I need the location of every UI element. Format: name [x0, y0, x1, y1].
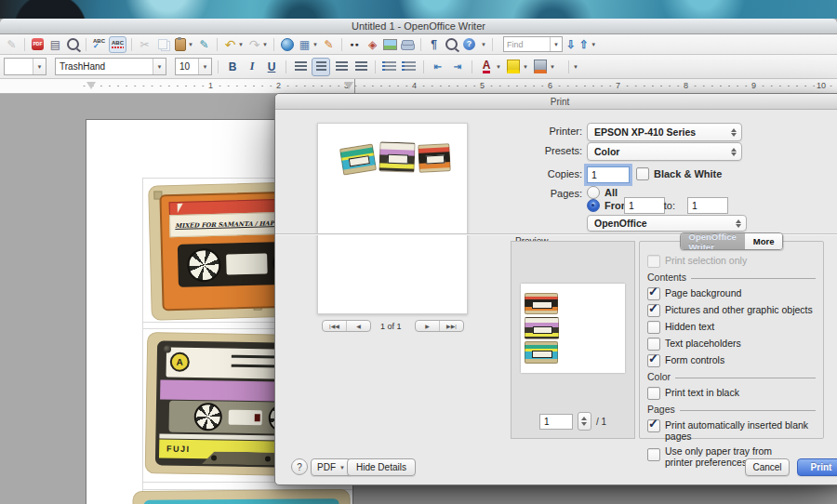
tab-openoffice-writer[interactable]: OpenOffice Writer [681, 233, 745, 249]
font-combo-arrow-icon[interactable]: ▼ [153, 59, 166, 74]
edit-file-icon[interactable]: ✎ [4, 37, 20, 52]
table-dropdown-icon[interactable]: ▼ [312, 42, 319, 47]
print-button[interactable]: Print [797, 458, 837, 476]
checkbox-box[interactable] [647, 304, 660, 317]
bold-button[interactable]: B [224, 59, 241, 75]
help-icon[interactable]: ? [461, 37, 477, 52]
find-dropdown-icon[interactable]: ▼ [550, 37, 562, 51]
find-overflow-icon[interactable]: ▼ [591, 42, 597, 47]
size-combo-arrow-icon[interactable]: ▼ [198, 59, 211, 74]
checkbox-form-controls[interactable]: Form controls [647, 354, 816, 367]
export-pdf-icon[interactable]: PDF [30, 37, 46, 52]
pdf-menu-button[interactable]: PDF ▼ [311, 458, 352, 476]
underline-button[interactable]: U [263, 59, 280, 75]
draw-functions-icon[interactable]: ✎ [321, 37, 337, 52]
cancel-button[interactable]: Cancel [745, 458, 790, 476]
presets-select[interactable]: Color [587, 142, 742, 161]
page-stepper[interactable] [578, 412, 591, 431]
gallery-icon[interactable] [382, 37, 398, 52]
numbered-list-button[interactable] [381, 59, 398, 75]
background-color-button[interactable] [532, 59, 549, 75]
data-sources-icon[interactable] [400, 37, 416, 52]
font-color-dropdown-icon[interactable]: ▼ [496, 64, 502, 70]
copy-icon[interactable] [154, 37, 170, 52]
find-replace-icon[interactable]: ●● [347, 37, 363, 52]
checkbox-text-placeholders[interactable]: Text placeholders [647, 338, 816, 351]
auto-spellcheck-icon[interactable]: ABC [109, 36, 126, 53]
black-white-checkbox[interactable] [636, 167, 649, 180]
hyperlink-icon[interactable] [279, 37, 295, 52]
decrease-indent-button[interactable]: ⇤ [430, 59, 446, 75]
checkbox-print-selection-only[interactable]: Print selection only [647, 255, 816, 268]
tab-more[interactable]: More [745, 233, 783, 249]
undo-dropdown-icon[interactable]: ▼ [238, 42, 245, 47]
help-button[interactable]: ? [291, 458, 308, 475]
checkbox-box[interactable] [647, 387, 660, 400]
pages-all-radio[interactable] [587, 186, 600, 199]
formatting-overflow-icon[interactable]: ▼ [573, 64, 579, 70]
page-preview-icon[interactable] [65, 37, 81, 52]
thumbnail-page-input[interactable]: 1 [539, 414, 573, 430]
highlighting-button[interactable] [505, 59, 522, 75]
paste-icon[interactable] [172, 37, 188, 52]
print-file-icon[interactable]: ▤ [47, 37, 63, 52]
align-left-button[interactable] [292, 59, 309, 75]
bullet-list-button[interactable] [401, 59, 418, 75]
justify-button[interactable] [352, 59, 369, 75]
right-indent-marker[interactable] [344, 82, 353, 89]
previous-page-button[interactable]: ◀ [346, 321, 370, 331]
checkbox-auto-blank-pages[interactable]: Print automatically inserted blank pages [647, 419, 816, 442]
increase-indent-button[interactable]: ⇥ [449, 59, 466, 75]
font-size-combo[interactable]: 10 ▼ [175, 58, 212, 75]
horizontal-ruler[interactable]: 1 2 3 4 5 6 7 8 9 10 [0, 79, 837, 94]
cassette-teal-image[interactable] [132, 489, 351, 504]
navigator-icon[interactable]: ◈ [365, 37, 380, 52]
italic-button[interactable]: I [244, 59, 260, 75]
find-previous-icon[interactable]: ⇧ [579, 38, 589, 51]
font-name-combo[interactable]: TrashHand ▼ [55, 58, 166, 75]
checkbox-hidden-text[interactable]: Hidden text [647, 321, 816, 334]
copies-input[interactable]: 1 [587, 166, 630, 183]
checkbox-box[interactable] [647, 419, 660, 432]
last-page-button[interactable]: ▶▶| [439, 321, 463, 331]
background-color-dropdown-icon[interactable]: ▼ [550, 64, 556, 70]
checkbox-box[interactable] [647, 338, 660, 351]
redo-dropdown-icon[interactable]: ▼ [262, 42, 269, 47]
paragraph-style-combo[interactable]: ▼ [4, 58, 46, 75]
checkbox-pictures-graphics[interactable]: Pictures and other graphic objects [647, 304, 816, 317]
print-dialog-titlebar[interactable]: Print [275, 94, 837, 110]
style-combo-arrow-icon[interactable]: ▼ [33, 59, 46, 74]
window-titlebar[interactable]: Untitled 1 - OpenOffice Writer [0, 19, 837, 34]
checkbox-box[interactable] [647, 287, 660, 300]
page-to-input[interactable]: 1 [687, 197, 728, 214]
font-color-button[interactable]: A [478, 59, 495, 75]
checkbox-box[interactable] [647, 321, 660, 334]
toolbar-overflow-icon[interactable]: ▼ [481, 42, 487, 47]
spelling-icon[interactable]: ABC✓ [91, 37, 107, 52]
checkbox-box[interactable] [647, 354, 660, 367]
module-select[interactable]: OpenOffice [587, 215, 747, 232]
paste-dropdown-icon[interactable]: ▼ [188, 42, 194, 47]
zoom-icon[interactable] [444, 37, 459, 52]
undo-icon[interactable]: ↶ [222, 37, 238, 52]
indent-marker[interactable] [86, 82, 96, 89]
find-next-icon[interactable]: ⇩ [566, 38, 576, 51]
next-page-button[interactable]: ▶ [416, 321, 439, 331]
checkbox-box[interactable] [647, 448, 660, 461]
first-page-button[interactable]: |◀◀ [323, 321, 346, 331]
printer-select[interactable]: EPSON XP-410 Series [587, 123, 742, 141]
align-center-button[interactable] [312, 58, 330, 76]
align-right-button[interactable] [333, 59, 350, 75]
redo-icon[interactable]: ↷ [246, 37, 262, 52]
pages-from-radio[interactable] [587, 199, 600, 212]
highlighting-dropdown-icon[interactable]: ▼ [523, 64, 529, 70]
clone-formatting-icon[interactable]: ✎ [196, 37, 212, 52]
formatting-marks-icon[interactable]: ¶ [426, 37, 442, 52]
hide-details-button[interactable]: Hide Details [347, 458, 416, 476]
checkbox-print-text-black[interactable]: Print text in black [647, 387, 816, 400]
find-input[interactable]: Find ▼ [503, 36, 563, 52]
checkbox-page-background[interactable]: Page background [647, 287, 816, 300]
cut-icon[interactable]: ✂ [137, 37, 153, 52]
checkbox-box[interactable] [647, 255, 660, 268]
insert-table-icon[interactable]: ▦ [297, 37, 312, 52]
